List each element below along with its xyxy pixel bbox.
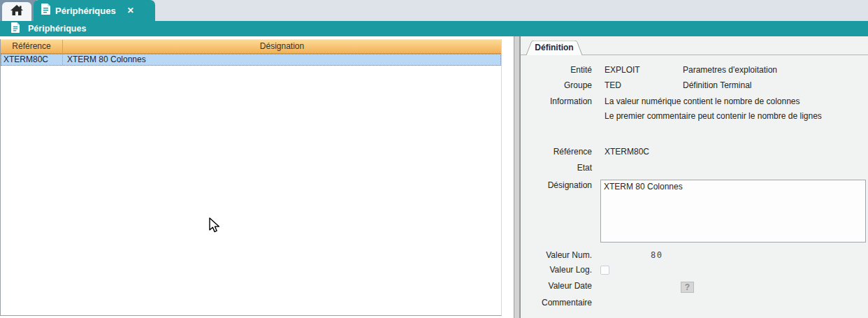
menu-bar-title: Périphériques	[28, 24, 86, 34]
information-line2: Le premier commentaire peut contenir le …	[605, 111, 822, 121]
list-header-row: Référence Désignation	[1, 39, 501, 54]
entite-value: EXPLOIT	[605, 65, 640, 75]
groupe-label: Groupe	[521, 80, 592, 90]
tab-peripheriques[interactable]: Périphériques ✕	[34, 0, 155, 21]
date-picker-button[interactable]: ?	[681, 282, 694, 293]
definition-panel: Définition Entité EXPLOIT Parametres d'e…	[520, 36, 868, 318]
reference-value: XTERM80C	[605, 147, 649, 157]
home-icon	[10, 5, 23, 19]
cell-reference: XTERM80C	[1, 55, 63, 65]
tab-definition[interactable]: Définition	[526, 41, 583, 55]
groupe-value: TED	[605, 80, 621, 90]
valeur-date-label: Valeur Date	[521, 281, 592, 291]
tab-definition-label: Définition	[526, 43, 583, 52]
column-header-reference[interactable]: Référence	[1, 40, 63, 53]
entite-label: Entité	[521, 65, 592, 75]
information-line1: La valeur numérique contient le nombre d…	[605, 96, 800, 106]
tab-bar: Périphériques ✕	[0, 0, 868, 21]
table-row[interactable]: XTERM80C XTERM 80 Colonnes	[1, 54, 501, 66]
valeur-num-value: 80	[651, 250, 663, 260]
cell-designation: XTERM 80 Colonnes	[63, 55, 500, 65]
designation-field[interactable]: XTERM 80 Colonnes	[600, 180, 866, 243]
entite-description: Parametres d'exploitation	[683, 65, 777, 75]
document-icon	[11, 22, 20, 36]
information-label: Information	[521, 96, 592, 106]
menu-bar: Périphériques	[0, 21, 868, 36]
commentaire-label: Commentaire	[521, 298, 592, 308]
designation-label: Désignation	[521, 180, 592, 190]
valeur-log-label: Valeur Log.	[521, 265, 592, 275]
tab-label: Périphériques	[55, 6, 116, 16]
valeur-log-checkbox[interactable]	[600, 266, 609, 275]
home-tab[interactable]	[2, 2, 31, 21]
groupe-description: Définition Terminal	[683, 80, 752, 90]
device-list-panel: Référence Désignation XTERM80C XTERM 80 …	[0, 39, 502, 316]
reference-label: Référence	[521, 147, 592, 157]
panel-splitter[interactable]	[514, 36, 520, 318]
etat-label: Etat	[521, 163, 592, 173]
close-icon[interactable]: ✕	[127, 6, 134, 15]
valeur-num-label: Valeur Num.	[521, 250, 592, 260]
document-icon	[41, 3, 50, 17]
column-header-designation[interactable]: Désignation	[63, 40, 501, 53]
